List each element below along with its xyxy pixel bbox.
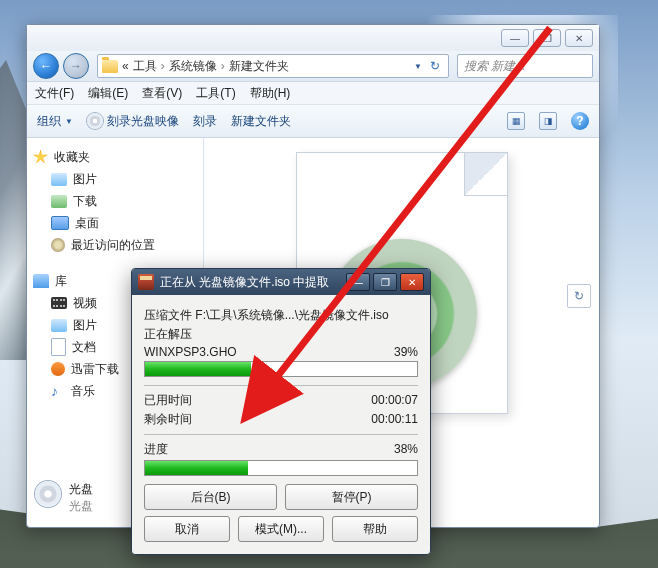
tree-downloads[interactable]: 下载 [33,190,197,212]
menu-file[interactable]: 文件(F) [35,85,74,102]
divider [144,434,418,435]
path-seg2[interactable]: 系统镜像 [169,58,217,75]
menu-view[interactable]: 查看(V) [142,85,182,102]
item-name: 光盘 [69,481,93,498]
total-progress-fill [145,461,248,475]
organize-button[interactable]: 组织 ▼ [37,113,73,130]
divider [144,385,418,386]
path-dropdown-icon[interactable]: ▼ [414,62,422,71]
address-bar: ← → « 工具 › 系统镜像 › 新建文件夹 ▼ ↻ 搜索 新建... [27,51,599,82]
star-icon [33,150,48,165]
item-subtitle: 光盘 [69,498,93,515]
dialog-close-button[interactable]: ✕ [400,273,424,291]
back-button[interactable]: ← [33,53,59,79]
music-icon: ♪ [51,384,65,398]
path-sep: › [161,59,165,73]
file-percent: 39% [394,345,418,359]
search-input[interactable]: 搜索 新建... [457,54,593,78]
minimize-button[interactable]: — [501,29,529,47]
menu-tools[interactable]: 工具(T) [196,85,235,102]
archive-path: 压缩文件 F:\工具\系统镜像...\光盘镜像文件.iso [144,307,418,324]
documents-icon [51,338,66,356]
desktop-icon [51,216,69,230]
dialog-titlebar[interactable]: 正在从 光盘镜像文件.iso 中提取 — ❐ ✕ [132,269,430,295]
thunder-icon [51,362,65,376]
disc-icon [35,481,61,507]
pictures-icon [51,319,67,332]
tree-desktop[interactable]: 桌面 [33,212,197,234]
tree-recent[interactable]: 最近访问的位置 [33,234,197,256]
path-box[interactable]: « 工具 › 系统镜像 › 新建文件夹 ▼ ↻ [97,54,449,78]
forward-button[interactable]: → [63,53,89,79]
path-sep: › [221,59,225,73]
file-progress-bar [144,361,418,377]
view-options-icon[interactable]: ▦ [507,112,525,130]
pause-button[interactable]: 暂停(P) [285,484,418,510]
pictures-icon [51,173,67,186]
tree-pictures[interactable]: 图片 [33,168,197,190]
disc-icon [87,113,103,129]
current-file: WINXPSP3.GHO [144,345,237,359]
total-progress-bar [144,460,418,476]
selected-item-info: 光盘 光盘 [35,481,93,515]
dialog-title: 正在从 光盘镜像文件.iso 中提取 [160,274,340,291]
elapsed-label: 已用时间 [144,392,192,409]
progress-label: 进度 [144,441,168,458]
new-folder-button[interactable]: 新建文件夹 [231,113,291,130]
winrar-extract-dialog: 正在从 光盘镜像文件.iso 中提取 — ❐ ✕ 压缩文件 F:\工具\系统镜像… [131,268,431,555]
toolbar: 组织 ▼ 刻录光盘映像 刻录 新建文件夹 ▦ ◨ ? [27,105,599,138]
recent-icon [51,238,65,252]
remaining-label: 剩余时间 [144,411,192,428]
help-icon[interactable]: ? [571,112,589,130]
path-prefix: « [122,59,129,73]
elapsed-value: 00:00:07 [371,393,418,407]
background-button[interactable]: 后台(B) [144,484,277,510]
menu-help[interactable]: 帮助(H) [250,85,291,102]
dialog-minimize-button[interactable]: — [346,273,370,291]
path-seg1[interactable]: 工具 [133,58,157,75]
cancel-button[interactable]: 取消 [144,516,230,542]
file-progress-fill [145,362,251,376]
maximize-button[interactable]: ❐ [533,29,561,47]
downloads-icon [51,195,67,208]
tree-favorites[interactable]: 收藏夹 [33,146,197,168]
refresh-thumbnails-icon[interactable]: ↻ [567,284,591,308]
help-button[interactable]: 帮助 [332,516,418,542]
mode-button[interactable]: 模式(M)... [238,516,324,542]
burn-button[interactable]: 刻录 [193,113,217,130]
preview-pane-icon[interactable]: ◨ [539,112,557,130]
extracting-label: 正在解压 [144,326,418,343]
window-titlebar[interactable]: — ❐ ✕ [27,25,599,51]
search-placeholder: 搜索 新建... [464,58,525,75]
menu-edit[interactable]: 编辑(E) [88,85,128,102]
dialog-maximize-button[interactable]: ❐ [373,273,397,291]
close-button[interactable]: ✕ [565,29,593,47]
folder-icon [102,60,118,73]
refresh-icon[interactable]: ↻ [430,59,440,73]
progress-percent: 38% [394,442,418,456]
remaining-value: 00:00:11 [371,412,418,426]
burn-image-button[interactable]: 刻录光盘映像 [87,113,179,130]
video-icon [51,297,67,309]
path-seg3[interactable]: 新建文件夹 [229,58,289,75]
menu-bar: 文件(F) 编辑(E) 查看(V) 工具(T) 帮助(H) [27,82,599,105]
libraries-icon [33,274,49,288]
winrar-icon [138,274,154,290]
